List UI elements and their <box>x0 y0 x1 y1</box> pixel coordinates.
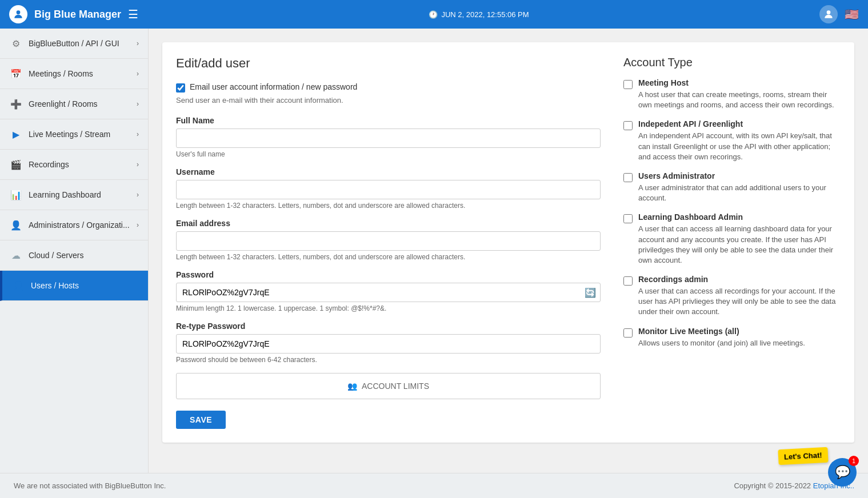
sidebar-item-label: Cloud / Servers <box>29 251 83 260</box>
save-button[interactable]: SAVE <box>176 411 226 429</box>
datetime-text: JUN 2, 2022, 12:55:06 PM <box>441 10 529 19</box>
footer-left-text: We are not associated with BigBlueButton… <box>14 481 166 490</box>
recordings-admin-name: Recordings admin <box>638 275 841 284</box>
retype-password-label: Re-type Password <box>176 322 601 331</box>
account-type-meeting-host: Meeting Host A host user that can create… <box>623 78 841 110</box>
sidebar-item-label: Administrators / Organizati... <box>29 220 130 230</box>
users-admin-desc: A user administrator that can add additi… <box>638 183 841 203</box>
email-checkbox-row: Email user account information / new pas… <box>176 82 601 93</box>
email-subtext: Send user an e-mail with their account i… <box>176 96 601 105</box>
learning-dashboard-admin-desc: A user that can access all learning dash… <box>638 224 841 266</box>
lets-chat-note: Let's Chat! <box>778 447 829 465</box>
gear-icon: ⚙ <box>9 37 23 50</box>
sidebar-item-learning-dashboard[interactable]: 📊 Learning Dashboard › <box>0 180 148 210</box>
retype-password-hint: Password should be between 6-42 characte… <box>176 356 601 364</box>
cloud-icon: ☁ <box>9 248 23 262</box>
flag-icon: 🇺🇸 <box>845 7 859 21</box>
password-hint: Minimum length 12. 1 lowercase. 1 upperc… <box>176 304 601 312</box>
meeting-host-checkbox[interactable] <box>623 80 633 89</box>
full-name-input[interactable] <box>176 128 601 148</box>
account-type-recordings-admin: Recordings admin A user that can access … <box>623 275 841 318</box>
email-checkbox-label[interactable]: Email user account information / new pas… <box>190 82 357 91</box>
hamburger-icon[interactable]: ☰ <box>128 7 138 21</box>
sidebar: ⚙ BigBlueButton / API / GUI › 📅 Meetings… <box>0 29 149 473</box>
account-type-learning-dashboard-admin: Learning Dashboard Admin A user that can… <box>623 212 841 266</box>
account-type-independent-api: Indepedent API / Greenlight An independe… <box>623 119 841 162</box>
email-hint: Length between 1-32 characters. Letters,… <box>176 253 601 261</box>
independent-api-name: Indepedent API / Greenlight <box>638 119 841 128</box>
sidebar-item-label: Users / Hosts <box>31 281 79 290</box>
account-limits-label: ACCOUNT LIMITS <box>362 381 429 391</box>
email-input[interactable] <box>176 231 601 251</box>
chevron-right-icon: › <box>137 130 139 138</box>
header-datetime: 🕐 JUN 2, 2022, 12:55:06 PM <box>429 10 529 19</box>
sidebar-item-users-hosts[interactable]: 👤 Users / Hosts <box>0 271 148 301</box>
account-limits-button[interactable]: 👥 ACCOUNT LIMITS <box>176 373 601 399</box>
content-area: Edit/add user Email user account informa… <box>149 29 868 473</box>
users-admin-checkbox[interactable] <box>623 173 633 182</box>
full-name-hint: User's full name <box>176 150 601 158</box>
username-group: Username Length between 1-32 characters.… <box>176 167 601 210</box>
sidebar-item-label: Greenlight / Rooms <box>29 99 98 109</box>
recordings-admin-checkbox[interactable] <box>623 276 633 286</box>
user-avatar[interactable] <box>819 5 838 23</box>
chevron-right-icon: › <box>137 160 139 168</box>
page-title: Edit/add user <box>176 56 601 71</box>
account-type-title: Account Type <box>623 56 841 69</box>
svg-point-1 <box>827 10 831 14</box>
independent-api-desc: An independent API account, with its own… <box>638 131 841 162</box>
chat-badge: 1 <box>849 456 859 466</box>
monitor-live-name: Monitor Live Meetings (all) <box>638 327 805 336</box>
sidebar-item-cloud-servers[interactable]: ☁ Cloud / Servers <box>0 240 148 271</box>
chat-icon: 💬 <box>835 465 850 480</box>
footer-copyright: Copyright © 2015-2022 <box>734 481 811 490</box>
header-right: 🇺🇸 <box>819 5 859 23</box>
chevron-right-icon: › <box>137 191 139 199</box>
form-section: Edit/add user Email user account informa… <box>176 56 601 429</box>
chat-bubble-button[interactable]: 💬 1 <box>828 458 857 487</box>
sidebar-item-recordings[interactable]: 🎬 Recordings › <box>0 150 148 180</box>
independent-api-checkbox[interactable] <box>623 121 633 130</box>
monitor-live-desc: Allows users to monitor (and join) all l… <box>638 338 805 348</box>
svg-point-0 <box>17 10 21 14</box>
email-checkbox[interactable] <box>176 83 185 93</box>
password-group: Password 🔄 Minimum length 12. 1 lowercas… <box>176 270 601 312</box>
sidebar-item-live-meetings[interactable]: ▶ Live Meetings / Stream › <box>0 119 148 150</box>
password-input[interactable] <box>176 283 601 302</box>
password-label: Password <box>176 270 601 279</box>
main-layout: ⚙ BigBlueButton / API / GUI › 📅 Meetings… <box>0 29 868 473</box>
username-input[interactable] <box>176 180 601 199</box>
users-icon: 👤 <box>11 279 25 292</box>
account-limits-icon: 👥 <box>347 381 357 391</box>
sidebar-item-administrators[interactable]: 👤 Administrators / Organizati... › <box>0 210 148 240</box>
plus-circle-icon: ➕ <box>9 97 23 111</box>
refresh-password-button[interactable]: 🔄 <box>585 287 596 298</box>
edit-user-card: Edit/add user Email user account informa… <box>162 42 854 443</box>
monitor-live-checkbox[interactable] <box>623 328 633 338</box>
sidebar-item-label: BigBlueButton / API / GUI <box>29 39 119 48</box>
account-type-monitor-live: Monitor Live Meetings (all) Allows users… <box>623 327 841 348</box>
learning-dashboard-admin-name: Learning Dashboard Admin <box>638 212 841 222</box>
chevron-right-icon: › <box>137 39 139 47</box>
app-logo-icon <box>9 5 27 23</box>
chevron-right-icon: › <box>137 100 139 108</box>
recordings-admin-desc: A user that can access all recordings fo… <box>638 286 841 318</box>
chevron-right-icon: › <box>137 70 139 78</box>
full-name-group: Full Name User's full name <box>176 116 601 158</box>
sidebar-item-meetings[interactable]: 📅 Meetings / Rooms › <box>0 59 148 89</box>
admin-icon: 👤 <box>9 218 23 232</box>
sidebar-item-label: Learning Dashboard <box>29 190 101 199</box>
email-label: Email address <box>176 219 601 228</box>
username-hint: Length between 1-32 characters. Letters,… <box>176 202 601 210</box>
retype-password-input[interactable] <box>176 334 601 354</box>
meeting-host-name: Meeting Host <box>638 78 841 87</box>
sidebar-item-greenlight[interactable]: ➕ Greenlight / Rooms › <box>0 89 148 119</box>
clock-icon: 🕐 <box>429 10 438 19</box>
footer: We are not associated with BigBlueButton… <box>0 473 868 498</box>
learning-dashboard-admin-checkbox[interactable] <box>623 214 633 223</box>
sidebar-item-bigbluebutton[interactable]: ⚙ BigBlueButton / API / GUI › <box>0 29 148 59</box>
email-group: Email address Length between 1-32 charac… <box>176 219 601 261</box>
meeting-host-desc: A host user that can create meetings, ro… <box>638 90 841 110</box>
users-admin-name: Users Administrator <box>638 171 841 180</box>
app-title: Big Blue Manager <box>34 9 121 21</box>
